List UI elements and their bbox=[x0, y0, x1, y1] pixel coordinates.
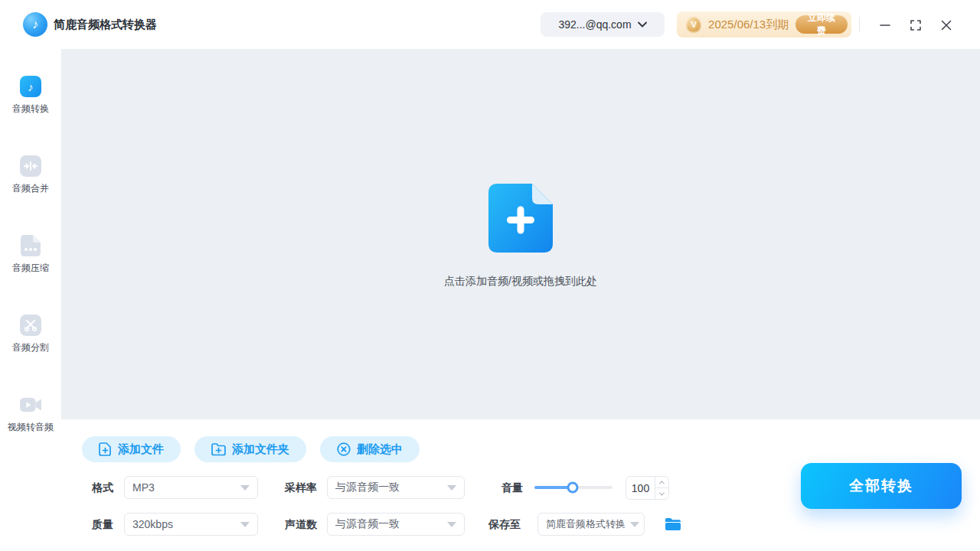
dropdown-caret-icon bbox=[630, 522, 639, 527]
dropdown-caret-icon bbox=[447, 522, 456, 527]
volume-number-box bbox=[626, 476, 669, 500]
volume-spinner bbox=[655, 477, 668, 499]
spinner-up-button[interactable] bbox=[655, 477, 668, 488]
music-note-icon: ♪ bbox=[20, 76, 41, 97]
maximize-button[interactable] bbox=[906, 15, 926, 35]
slider-handle[interactable] bbox=[567, 482, 578, 494]
format-label: 格式 bbox=[92, 476, 113, 499]
dropzone[interactable]: 点击添加音频/视频或拖拽到此处 bbox=[61, 184, 980, 289]
add-file-button[interactable]: 添加文件 bbox=[82, 436, 181, 462]
sidebar-item-audio-convert[interactable]: ♪ 音频转换 bbox=[0, 76, 61, 126]
minimize-button[interactable] bbox=[875, 15, 895, 35]
slider-track bbox=[534, 486, 612, 489]
folder-icon bbox=[665, 518, 681, 530]
quality-label: 质量 bbox=[92, 513, 113, 536]
save-to-label: 保存至 bbox=[488, 513, 521, 536]
quality-select[interactable]: 320kbps bbox=[124, 513, 258, 536]
account-dropdown[interactable]: 392...@qq.com bbox=[541, 12, 665, 37]
sample-rate-label: 采样率 bbox=[285, 476, 317, 499]
sample-rate-select[interactable]: 与源音频一致 bbox=[327, 476, 465, 499]
sidebar: ♪ 音频转换 音频合并 音频压缩 bbox=[0, 49, 61, 551]
dropdown-caret-icon bbox=[240, 522, 250, 527]
maximize-icon bbox=[910, 20, 921, 31]
circle-x-icon bbox=[337, 442, 351, 456]
minimize-icon bbox=[880, 20, 890, 31]
file-list-area: 点击添加音频/视频或拖拽到此处 bbox=[61, 49, 980, 419]
file-toolbar: 添加文件 添加文件夹 删除选中 bbox=[82, 436, 420, 462]
dropdown-caret-icon bbox=[240, 485, 250, 491]
close-icon bbox=[941, 20, 952, 31]
channels-label: 声道数 bbox=[285, 513, 317, 536]
dropzone-hint: 点击添加音频/视频或拖拽到此处 bbox=[444, 275, 597, 289]
folder-plus-icon bbox=[211, 443, 226, 456]
sidebar-item-video-to-audio[interactable]: 视频转音频 bbox=[0, 394, 61, 445]
app-logo-icon: ♪ bbox=[23, 12, 47, 37]
sidebar-item-audio-split[interactable]: 音频分割 bbox=[0, 315, 61, 365]
renew-button[interactable]: 立即续费 bbox=[795, 15, 848, 34]
close-button[interactable] bbox=[936, 15, 956, 35]
volume-input[interactable] bbox=[626, 477, 655, 499]
vip-status-badge: V 2025/06/13到期 立即续费 bbox=[677, 11, 851, 37]
channels-select[interactable]: 与源音频一致 bbox=[327, 513, 465, 536]
save-to-select[interactable]: 简鹿音频格式转换器 bbox=[537, 513, 645, 536]
compress-icon bbox=[20, 235, 41, 256]
title-bar: ♪ 简鹿音频格式转换器 392...@qq.com V 2025/06/13到期… bbox=[0, 0, 980, 49]
open-folder-button[interactable] bbox=[662, 513, 684, 536]
account-email: 392...@qq.com bbox=[558, 18, 631, 31]
settings-panel: 添加文件 添加文件夹 删除选中 格式 MP3 采样率 与源音频一致 音量 bbox=[61, 419, 980, 551]
app-title: 简鹿音频格式转换器 bbox=[54, 0, 157, 49]
chevron-down-icon bbox=[659, 490, 665, 495]
vip-expiry-text: 2025/06/13到期 bbox=[708, 18, 789, 32]
volume-slider[interactable] bbox=[534, 476, 612, 499]
add-file-icon bbox=[488, 184, 553, 253]
spinner-down-button[interactable] bbox=[655, 488, 668, 499]
dropdown-caret-icon bbox=[447, 485, 456, 491]
scissors-icon bbox=[20, 315, 41, 336]
format-select[interactable]: MP3 bbox=[124, 476, 258, 499]
delete-selected-button[interactable]: 删除选中 bbox=[320, 436, 420, 462]
sidebar-item-audio-merge[interactable]: 音频合并 bbox=[0, 155, 61, 206]
titlebar-divider bbox=[859, 17, 860, 32]
merge-icon bbox=[20, 155, 41, 177]
video-camera-icon bbox=[20, 394, 41, 416]
chevron-up-icon bbox=[659, 481, 665, 486]
add-folder-button[interactable]: 添加文件夹 bbox=[194, 436, 306, 462]
sidebar-item-audio-compress[interactable]: 音频压缩 bbox=[0, 235, 61, 285]
convert-all-button[interactable]: 全部转换 bbox=[801, 463, 962, 509]
file-plus-icon bbox=[99, 442, 112, 456]
vip-icon: V bbox=[686, 17, 701, 33]
chevron-down-icon bbox=[638, 21, 647, 28]
volume-label: 音量 bbox=[501, 476, 523, 499]
